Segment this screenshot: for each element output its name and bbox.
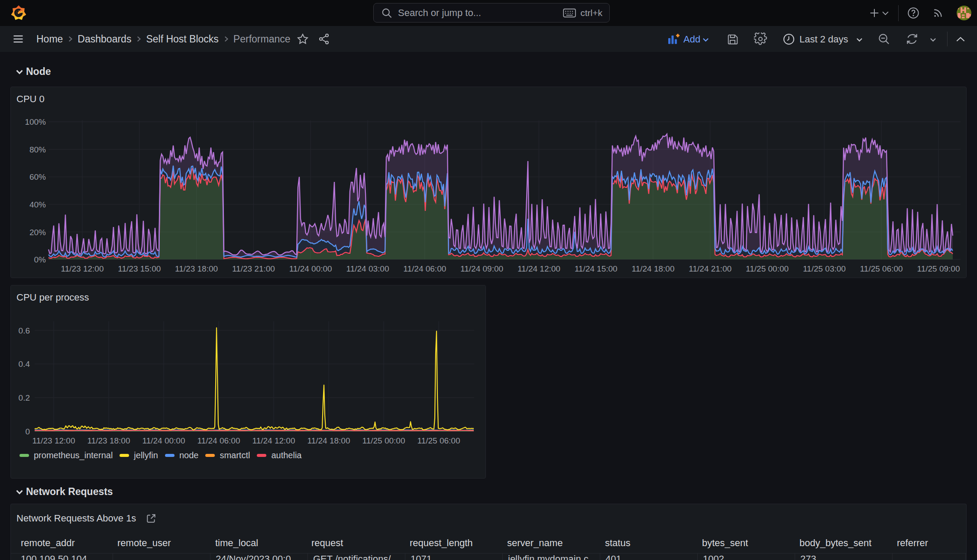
svg-text:11/25 00:00: 11/25 00:00 [746, 264, 789, 273]
svg-text:11/23 15:00: 11/23 15:00 [118, 264, 161, 273]
svg-text:11/23 12:00: 11/23 12:00 [32, 436, 75, 445]
svg-text:11/25 00:00: 11/25 00:00 [362, 436, 405, 445]
svg-text:11/23 12:00: 11/23 12:00 [61, 264, 104, 273]
svg-text:0.2: 0.2 [19, 393, 30, 402]
svg-text:11/23 21:00: 11/23 21:00 [232, 264, 275, 273]
svg-text:0.6: 0.6 [19, 326, 30, 335]
svg-text:11/25 06:00: 11/25 06:00 [417, 436, 460, 445]
svg-text:11/25 06:00: 11/25 06:00 [860, 264, 903, 273]
svg-text:11/24 03:00: 11/24 03:00 [346, 264, 389, 273]
svg-text:11/25 09:00: 11/25 09:00 [917, 264, 960, 273]
svg-text:11/24 12:00: 11/24 12:00 [252, 436, 295, 445]
svg-text:11/24 06:00: 11/24 06:00 [403, 264, 446, 273]
svg-text:60%: 60% [29, 172, 46, 181]
svg-text:40%: 40% [29, 200, 46, 209]
svg-text:0: 0 [25, 427, 30, 436]
svg-text:80%: 80% [29, 145, 46, 154]
svg-text:11/24 09:00: 11/24 09:00 [460, 264, 503, 273]
svg-text:11/24 21:00: 11/24 21:00 [689, 264, 731, 273]
svg-text:11/24 06:00: 11/24 06:00 [197, 436, 240, 445]
svg-text:11/23 18:00: 11/23 18:00 [87, 436, 130, 445]
svg-text:11/24 15:00: 11/24 15:00 [575, 264, 618, 273]
svg-text:11/24 18:00: 11/24 18:00 [307, 436, 350, 445]
svg-text:11/23 18:00: 11/23 18:00 [175, 264, 218, 273]
svg-text:11/24 18:00: 11/24 18:00 [632, 264, 675, 273]
svg-text:20%: 20% [29, 228, 46, 237]
svg-text:0.4: 0.4 [19, 359, 30, 369]
svg-text:11/25 03:00: 11/25 03:00 [803, 264, 846, 273]
svg-text:100%: 100% [25, 117, 46, 126]
svg-text:11/24 00:00: 11/24 00:00 [289, 264, 332, 273]
svg-text:0%: 0% [34, 255, 46, 264]
svg-text:11/24 12:00: 11/24 12:00 [518, 264, 560, 273]
svg-text:11/24 00:00: 11/24 00:00 [142, 436, 185, 445]
